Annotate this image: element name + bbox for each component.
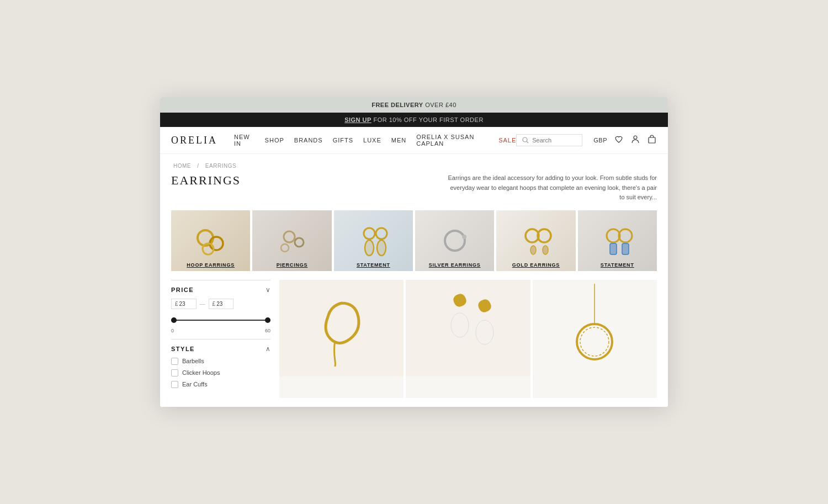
price-min-currency: £ — [175, 301, 178, 307]
category-label: GOLD EARRINGS — [496, 262, 575, 268]
svg-rect-21 — [610, 243, 617, 254]
price-slider[interactable] — [171, 315, 270, 326]
barbells-label: Barbells — [182, 358, 204, 364]
svg-point-25 — [476, 320, 493, 344]
svg-point-14 — [445, 231, 465, 251]
category-label: STATEMENT — [578, 262, 657, 268]
category-gold-earrings[interactable]: GOLD EARRINGS — [496, 210, 575, 271]
svg-point-17 — [530, 246, 536, 254]
search-bar[interactable] — [516, 134, 582, 146]
product-card-3[interactable] — [533, 280, 657, 398]
browser-window: FREE DELIVERY OVER £40 SIGN UP FOR 10% O… — [160, 97, 668, 407]
svg-point-7 — [284, 231, 295, 242]
content: HOME / EARRINGS EARRINGS Earrings are th… — [160, 154, 668, 407]
price-separator: — — [200, 301, 205, 307]
search-input[interactable] — [532, 137, 576, 144]
category-statement-1[interactable]: STATEMENT — [334, 210, 413, 271]
signup-banner: SIGN UP FOR 10% OFF YOUR FIRST ORDER — [160, 113, 668, 127]
currency-selector[interactable]: GBP — [593, 137, 607, 144]
product-card-1[interactable] — [279, 280, 404, 398]
signup-suffix: FOR 10% OFF YOUR FIRST ORDER — [371, 116, 484, 123]
clicker-hoops-label: Clicker Hoops — [182, 369, 220, 376]
style-option-clicker-hoops[interactable]: Clicker Hoops — [171, 369, 270, 376]
price-filter-header[interactable]: PRICE ∨ — [171, 286, 270, 294]
price-filter: PRICE ∨ £ 23 — £ 23 — [171, 280, 270, 339]
svg-point-28 — [580, 327, 609, 356]
svg-point-27 — [577, 324, 612, 359]
breadcrumb-current: EARRINGS — [205, 163, 236, 169]
category-statement-2[interactable]: STATEMENT — [578, 210, 657, 271]
svg-point-19 — [543, 246, 548, 254]
logo[interactable]: ORELIA — [171, 135, 217, 146]
signup-link[interactable]: SIGN UP — [344, 116, 371, 123]
category-silver-earrings[interactable]: SILVER EARRINGS — [415, 210, 494, 271]
svg-point-0 — [523, 137, 527, 142]
svg-point-2 — [634, 136, 637, 139]
breadcrumb: HOME / EARRINGS — [171, 163, 657, 169]
delivery-suffix: OVER £40 — [423, 102, 457, 108]
category-grid: HOOP EARRINGS PIERCINGS — [171, 210, 657, 271]
nav-men[interactable]: MEN — [391, 137, 406, 144]
nav-luxe[interactable]: LUXE — [363, 137, 381, 144]
price-min-input[interactable]: £ 23 — [171, 299, 197, 309]
style-option-barbells[interactable]: Barbells — [171, 358, 270, 365]
category-label: PIERCINGS — [252, 262, 331, 268]
svg-point-11 — [365, 240, 374, 256]
svg-point-22 — [619, 229, 632, 242]
category-hoop-earrings[interactable]: HOOP EARRINGS — [171, 210, 250, 271]
price-filter-toggle[interactable]: ∨ — [266, 286, 270, 294]
svg-point-20 — [607, 229, 620, 242]
price-min-value: 23 — [179, 301, 193, 307]
breadcrumb-separator: / — [197, 163, 199, 169]
style-filter-header[interactable]: STYLE ∧ — [171, 345, 270, 353]
category-piercings[interactable]: PIERCINGS — [252, 210, 331, 271]
breadcrumb-home[interactable]: HOME — [173, 163, 191, 169]
product-grid — [279, 280, 657, 398]
svg-point-13 — [377, 240, 386, 256]
price-max-value: 23 — [216, 301, 230, 307]
price-range-max: 60 — [265, 328, 270, 333]
checkbox-barbells[interactable] — [171, 358, 178, 365]
style-filter: STYLE ∧ Barbells Clicker Hoops Ear Cuffs — [171, 339, 270, 398]
product-card-2[interactable] — [406, 280, 530, 398]
price-max-input[interactable]: £ 23 — [209, 299, 234, 309]
svg-rect-23 — [622, 243, 629, 254]
slider-thumb-min[interactable] — [171, 317, 177, 323]
cart-button[interactable] — [647, 134, 657, 146]
nav-brands[interactable]: BRANDS — [294, 137, 323, 144]
product-image-3 — [533, 280, 657, 376]
svg-line-1 — [527, 142, 529, 144]
category-label: STATEMENT — [334, 262, 413, 268]
svg-rect-3 — [649, 137, 655, 143]
search-icon — [522, 137, 529, 144]
nav-shop[interactable]: SHOP — [265, 137, 284, 144]
svg-point-24 — [451, 313, 469, 337]
bag-icon — [647, 134, 657, 144]
price-filter-title: PRICE — [171, 287, 194, 293]
wishlist-button[interactable] — [614, 134, 624, 146]
nav-gifts[interactable]: GIFTS — [333, 137, 353, 144]
checkbox-clicker-hoops[interactable] — [171, 369, 178, 376]
slider-track — [171, 320, 270, 321]
nav-icons: GBP — [516, 134, 657, 146]
svg-point-15 — [462, 235, 466, 239]
style-option-ear-cuffs[interactable]: Ear Cuffs — [171, 381, 270, 388]
slider-thumb-max[interactable] — [265, 317, 270, 323]
page-header: EARRINGS Earrings are the ideal accessor… — [171, 173, 657, 203]
style-filter-toggle[interactable]: ∧ — [266, 345, 270, 353]
heart-icon — [614, 134, 624, 144]
nav-new-in[interactable]: NEW IN — [234, 134, 255, 147]
price-max-currency: £ — [213, 301, 216, 307]
account-button[interactable] — [630, 134, 640, 146]
nav-sale[interactable]: SALE — [498, 137, 516, 144]
price-range-labels: 0 60 — [171, 328, 270, 333]
page-description: Earrings are the ideal accessory for add… — [447, 173, 657, 203]
nav-collab[interactable]: ORELIA X SUSAN CAPLAN — [416, 134, 489, 147]
style-filter-title: STYLE — [171, 346, 195, 352]
sidebar: PRICE ∨ £ 23 — £ 23 — [171, 280, 270, 398]
checkbox-ear-cuffs[interactable] — [171, 381, 178, 388]
svg-point-12 — [376, 228, 387, 239]
product-image-2 — [406, 280, 530, 376]
category-label: SILVER EARRINGS — [415, 262, 494, 268]
price-range-min: 0 — [171, 328, 174, 333]
